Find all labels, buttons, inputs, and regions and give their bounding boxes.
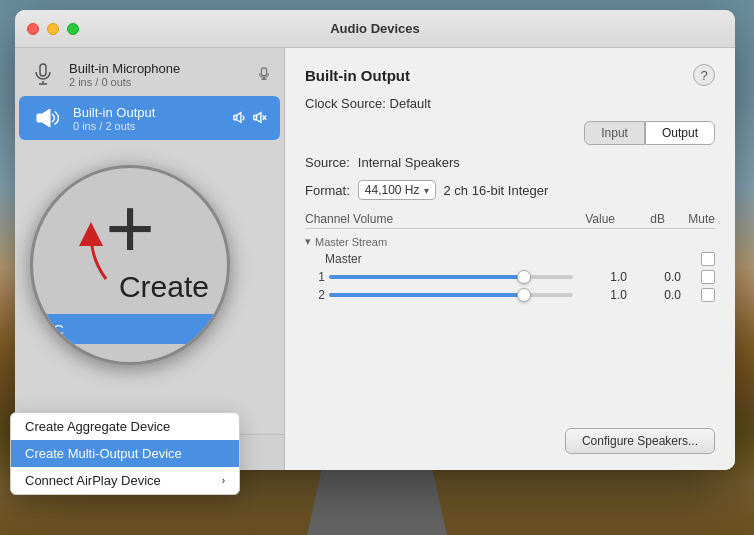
device-item-microphone[interactable]: Built-in Microphone 2 ins / 0 outs: [15, 52, 284, 96]
channel-2-slider[interactable]: [329, 293, 573, 297]
col-mute: Mute: [665, 212, 715, 226]
output-badges: [232, 110, 268, 126]
magnifier-blue-text: C: [53, 321, 64, 338]
channel-2-thumb: [517, 288, 531, 302]
col-channel: Channel Volume: [305, 212, 555, 226]
help-button[interactable]: ?: [693, 64, 715, 86]
microphone-name: Built-in Microphone: [69, 61, 246, 76]
channel-2-fill: [329, 293, 524, 297]
master-row: Master: [305, 252, 715, 266]
format-detail: 2 ch 16-bit Integer: [444, 183, 549, 198]
svg-marker-9: [237, 113, 241, 123]
menu-item-create-multi-output[interactable]: Create Multi-Output Device: [11, 440, 239, 467]
channel-1-mute-checkbox[interactable]: [701, 270, 715, 284]
close-button[interactable]: [27, 23, 39, 35]
microphone-icon: [27, 58, 59, 90]
maximize-button[interactable]: [67, 23, 79, 35]
window-title: Audio Devices: [330, 21, 420, 36]
clock-source-label: Clock Source:: [305, 96, 386, 111]
microphone-badges: [256, 66, 272, 82]
dropdown-menu: Create Aggregate Device Create Multi-Out…: [10, 412, 240, 495]
menu-item-create-aggregate[interactable]: Create Aggregate Device: [11, 413, 239, 440]
panel-footer: Configure Speakers...: [305, 428, 715, 454]
magnifier-blue-bar: C: [43, 314, 217, 344]
col-db: dB: [615, 212, 665, 226]
source-label: Source:: [305, 155, 350, 170]
minimize-button[interactable]: [47, 23, 59, 35]
panel-header: Built-in Output ?: [305, 64, 715, 86]
tab-output[interactable]: Output: [645, 121, 715, 145]
speaker-badge-icon: [232, 110, 248, 126]
master-stream-label: ▾ Master Stream: [305, 235, 715, 248]
titlebar: Audio Devices: [15, 10, 735, 48]
channel-1-slider[interactable]: [329, 275, 573, 279]
panel-title: Built-in Output: [305, 67, 410, 84]
output-name: Built-in Output: [73, 105, 222, 120]
channel-header: Channel Volume Value dB Mute: [305, 210, 715, 229]
source-value: Internal Speakers: [358, 155, 460, 170]
channel-1-fill: [329, 275, 524, 279]
svg-marker-7: [42, 109, 50, 127]
device-item-output[interactable]: Built-in Output 0 ins / 2 outs: [19, 96, 280, 140]
channel-1-db: 0.0: [631, 270, 681, 284]
channel-rows: 1 1.0 0.0 2: [305, 270, 715, 302]
svg-rect-3: [261, 68, 266, 76]
channel-2-label: 2: [305, 288, 325, 302]
traffic-lights: [27, 23, 79, 35]
microphone-sub: 2 ins / 0 outs: [69, 76, 246, 88]
master-label: Master: [305, 252, 585, 266]
airplay-submenu-chevron-icon: ›: [222, 475, 225, 486]
channel-1-label: 1: [305, 270, 325, 284]
channel-2-mute-checkbox[interactable]: [701, 288, 715, 302]
channel-1-value: 1.0: [577, 270, 627, 284]
configure-speakers-button[interactable]: Configure Speakers...: [565, 428, 715, 454]
magnifier-overlay: + Create C: [30, 165, 230, 365]
master-mute-checkbox[interactable]: [701, 252, 715, 266]
mic-badge-icon: [256, 66, 272, 82]
tab-row: Input Output: [305, 121, 715, 145]
menu-item-connect-airplay[interactable]: Connect AirPlay Device ›: [11, 467, 239, 494]
col-value: Value: [555, 212, 615, 226]
magnifier-arrow: [71, 219, 121, 292]
magnifier-create-text: Create: [119, 270, 209, 304]
tab-input[interactable]: Input: [584, 121, 645, 145]
channel-row-2: 2 1.0 0.0: [305, 288, 715, 302]
mute-badge-icon: [252, 110, 268, 126]
source-row: Source: Internal Speakers: [305, 155, 715, 170]
output-sub: 0 ins / 2 outs: [73, 120, 222, 132]
format-select[interactable]: 44,100 Hz ▾: [358, 180, 436, 200]
svg-rect-6: [37, 114, 42, 122]
svg-marker-11: [257, 113, 261, 123]
master-stream-triangle: ▾: [305, 235, 311, 248]
channel-row-1: 1 1.0 0.0: [305, 270, 715, 284]
magnifier-inner: + Create C: [33, 168, 227, 362]
microphone-info: Built-in Microphone 2 ins / 0 outs: [69, 61, 246, 88]
output-info: Built-in Output 0 ins / 2 outs: [73, 105, 222, 132]
main-panel: Built-in Output ? Clock Source: Default …: [285, 48, 735, 470]
channel-2-value: 1.0: [577, 288, 627, 302]
channel-2-db: 0.0: [631, 288, 681, 302]
channel-1-thumb: [517, 270, 531, 284]
format-label: Format:: [305, 183, 350, 198]
clock-source-value: Default: [390, 96, 431, 111]
format-chevron-icon: ▾: [424, 185, 429, 196]
clock-source-row: Clock Source: Default: [305, 96, 715, 111]
channel-table: Channel Volume Value dB Mute ▾ Master St…: [305, 210, 715, 418]
format-value: 44,100 Hz: [365, 183, 420, 197]
svg-rect-0: [40, 64, 46, 76]
format-row: Format: 44,100 Hz ▾ 2 ch 16-bit Integer: [305, 180, 715, 200]
output-icon: [31, 102, 63, 134]
